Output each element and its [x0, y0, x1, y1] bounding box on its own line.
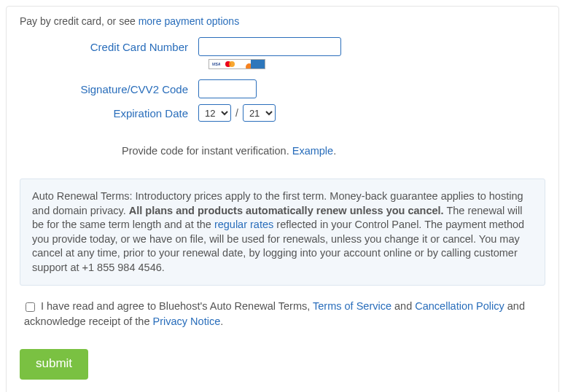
agree-a1: I have read and agree to Bluehost's Auto…	[41, 300, 313, 312]
cancellation-link[interactable]: Cancellation Policy	[415, 300, 504, 312]
label-exp: Expiration Date	[20, 107, 198, 119]
discover-icon	[237, 60, 251, 68]
visa-icon: VISA	[209, 60, 223, 68]
credit-card-input[interactable]	[198, 37, 341, 56]
intro-text: Pay by credit card, or see more payment …	[20, 15, 545, 27]
tos-link[interactable]: Terms of Service	[313, 300, 391, 312]
regular-rates-link[interactable]: regular rates	[214, 219, 273, 230]
agree-a4: .	[220, 315, 223, 327]
intro-prefix: Pay by credit card, or see	[20, 15, 139, 27]
row-exp: Expiration Date 12 / 21	[20, 104, 545, 122]
example-link[interactable]: Example	[292, 145, 333, 157]
row-cvv: Signature/CVV2 Code	[20, 79, 545, 98]
payment-panel: Pay by credit card, or see more payment …	[6, 6, 559, 392]
card-icons: VISA	[209, 59, 265, 69]
agree-a2: and	[391, 300, 415, 312]
privacy-link[interactable]: Privacy Notice	[153, 315, 221, 327]
amex-icon	[251, 60, 265, 68]
exp-year-select[interactable]: 21	[243, 104, 276, 122]
agree-checkbox[interactable]	[26, 302, 35, 312]
auto-renewal-terms: Auto Renewal Terms: Introductory prices …	[20, 179, 545, 286]
mastercard-icon	[223, 60, 237, 68]
label-cc: Credit Card Number	[20, 41, 198, 53]
cvv-input[interactable]	[198, 79, 257, 98]
submit-button[interactable]: submit	[20, 349, 88, 380]
label-cvv: Signature/CVV2 Code	[20, 83, 198, 95]
verify-dot: .	[333, 145, 336, 157]
more-payment-options-link[interactable]: more payment options	[139, 15, 240, 27]
verify-text: Provide code for instant verification.	[122, 145, 292, 157]
exp-slash: /	[235, 107, 238, 119]
agree-row: I have read and agree to Bluehost's Auto…	[20, 299, 545, 329]
row-cc: Credit Card Number	[20, 37, 545, 56]
verify-row: Provide code for instant verification. E…	[122, 145, 545, 157]
exp-month-select[interactable]: 12	[198, 104, 231, 122]
terms-bold: All plans and products automatically ren…	[129, 205, 444, 216]
